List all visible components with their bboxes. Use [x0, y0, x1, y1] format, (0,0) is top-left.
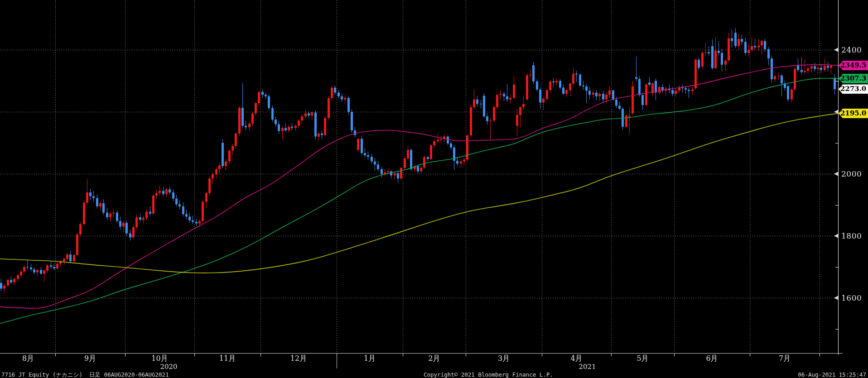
x-axis-month-label: 10月 [151, 354, 168, 364]
y-axis-label: 2400 [841, 45, 862, 55]
x-axis-month-label: 11月 [219, 354, 236, 364]
last-price-tag-ma-yellow: 2195.0 [839, 109, 868, 118]
year-divider-line [337, 353, 337, 368]
x-axis-month-label: 3月 [498, 354, 510, 364]
x-axis-year-label: 2020 [160, 363, 177, 371]
x-axis-month-label: 9月 [84, 354, 96, 364]
x-axis-month-label: 7月 [779, 354, 791, 364]
last-price-tag-ma-green: 2307.3 [839, 74, 868, 83]
copyright-notice: Copyright© 2021 Bloomberg Finance L.P. [424, 371, 553, 378]
bloomberg-chart-window: 240022002000180016008月9月10月11月12月1月2月3月4… [0, 0, 868, 378]
last-price-tag-ma-magenta: 2349.5 [839, 61, 868, 70]
x-axis-year-label: 2021 [579, 363, 596, 371]
x-axis-month-label: 8月 [22, 354, 34, 364]
y-axis-label: 1800 [841, 231, 862, 241]
x-axis-month-label: 4月 [570, 354, 582, 364]
x-axis-month-label: 5月 [637, 354, 648, 364]
x-axis-month-label: 1月 [364, 354, 376, 364]
y-axis-label: 1600 [841, 293, 862, 303]
y-axis-label: 2000 [841, 169, 862, 179]
terminal-timestamp: 06-Aug-2021 15:25:47 [798, 371, 866, 378]
x-axis-month-label: 6月 [706, 354, 718, 364]
x-axis-month-label: 12月 [290, 354, 307, 364]
x-axis-month-label: 2月 [428, 354, 440, 364]
security-description: 7716 JT Equity (ナカニシ) 日足 06AUG2020-06AUG… [1, 371, 169, 378]
price-chart-canvas[interactable] [0, 0, 868, 378]
last-price-tag-last-trade: 2273.0 [839, 84, 868, 94]
